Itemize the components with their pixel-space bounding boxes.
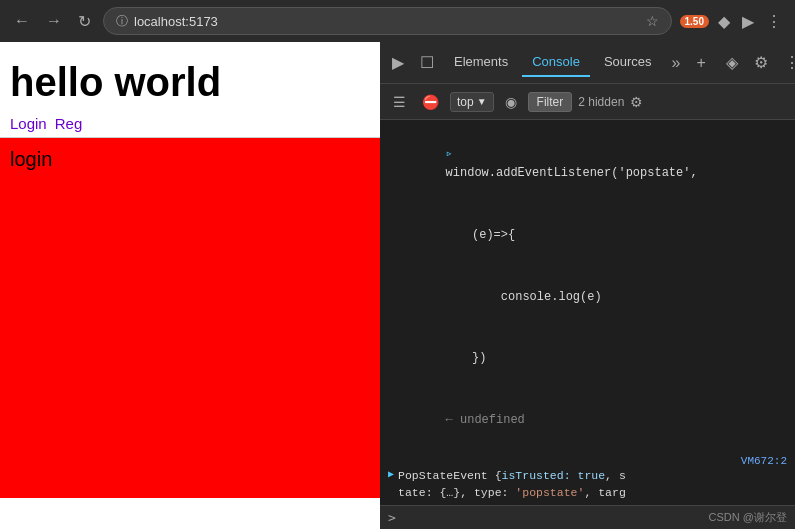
context-selector[interactable]: top ▼ (450, 92, 494, 112)
console-clear-icon[interactable]: ⛔ (417, 91, 444, 113)
reg-link[interactable]: Reg (55, 115, 83, 132)
event-header-1: ▶ PopStateEvent {isTrusted: true, state:… (388, 467, 787, 505)
console-prompt[interactable]: > (388, 510, 396, 525)
event-link-1[interactable]: VM672:2 (388, 455, 787, 467)
star-icon[interactable]: ☆ (646, 13, 659, 29)
add-tab-icon[interactable]: + (691, 50, 712, 76)
console-code-4: }) (458, 351, 487, 365)
tab-console[interactable]: Console (522, 48, 590, 77)
console-undefined: ← undefined (380, 389, 795, 451)
devtools-more-icon[interactable]: ⋮ (778, 49, 795, 76)
login-link[interactable]: Login (10, 115, 47, 132)
back-button[interactable]: ← (10, 8, 34, 34)
console-code-3: console.log(e) (458, 290, 602, 304)
tab-sources[interactable]: Sources (594, 48, 662, 77)
console-gear-icon[interactable]: ⚙ (630, 94, 643, 110)
more-tabs-icon[interactable]: » (666, 50, 687, 76)
address-text: localhost:5173 (134, 14, 218, 29)
profile-icon[interactable]: ▶ (739, 9, 757, 34)
device-icon[interactable]: ☐ (414, 49, 440, 76)
console-input-line-2: (e)=>{ (380, 205, 795, 267)
devtools-share-icon[interactable]: ◈ (720, 49, 744, 76)
webpage: hello world Login Reg login (0, 42, 380, 529)
statusbar-watermark: CSDN @谢尔登 (709, 510, 787, 525)
filter-button[interactable]: Filter (528, 92, 573, 112)
page-title: hello world (0, 42, 380, 110)
extension-badge[interactable]: 1.50 (680, 15, 709, 28)
extensions-icon[interactable]: ◆ (715, 9, 733, 34)
context-label: top (457, 95, 474, 109)
devtools-panel: ▶ ☐ Elements Console Sources » + ◈ ⚙ ⋮ ✕… (380, 42, 795, 529)
refresh-button[interactable]: ↻ (74, 8, 95, 35)
console-sidebar-icon[interactable]: ☰ (388, 91, 411, 113)
console-input-line-4: }) (380, 328, 795, 390)
undefined-text: ← undefined (446, 413, 525, 427)
console-input-line-3: console.log(e) (380, 266, 795, 328)
devtools-statusbar: > CSDN @谢尔登 (380, 505, 795, 529)
event-expand-arrow-1[interactable]: ▶ (388, 468, 394, 480)
nav-links: Login Reg (0, 110, 380, 137)
console-eye-icon[interactable]: ◉ (500, 91, 522, 113)
console-event-block-1[interactable]: VM672:2 ▶ PopStateEvent {isTrusted: true… (380, 451, 795, 505)
tab-elements[interactable]: Elements (444, 48, 518, 77)
devtools-tabs: ▶ ☐ Elements Console Sources » + ◈ ⚙ ⋮ ✕ (380, 42, 795, 84)
console-code-2: (e)=>{ (458, 228, 516, 242)
menu-icon[interactable]: ⋮ (763, 9, 785, 34)
context-dropdown-icon: ▼ (477, 96, 487, 107)
hidden-badge: 2 hidden (578, 95, 624, 109)
red-content-area: login (0, 138, 380, 498)
login-text: login (10, 148, 52, 170)
address-bar[interactable]: ⓘ localhost:5173 ☆ (103, 7, 672, 35)
console-output[interactable]: ▹ window.addEventListener('popstate', (e… (380, 120, 795, 505)
console-input-line-1: ▹ window.addEventListener('popstate', (380, 124, 795, 205)
lock-icon: ⓘ (116, 13, 128, 30)
devtools-settings-icon[interactable]: ⚙ (748, 49, 774, 76)
event-text-1: PopStateEvent {isTrusted: true, state: {… (398, 467, 626, 505)
browser-chrome: ← → ↻ ⓘ localhost:5173 ☆ 1.50 ◆ ▶ ⋮ (0, 0, 795, 42)
browser-toolbar-icons: 1.50 ◆ ▶ ⋮ (680, 9, 785, 34)
main-area: hello world Login Reg login ▶ ☐ Elements… (0, 42, 795, 529)
input-arrow: ▹ (446, 147, 453, 161)
inspect-icon[interactable]: ▶ (386, 49, 410, 76)
console-code-1: window.addEventListener('popstate', (446, 166, 698, 180)
forward-button[interactable]: → (42, 8, 66, 34)
console-toolbar: ☰ ⛔ top ▼ ◉ Filter 2 hidden ⚙ (380, 84, 795, 120)
